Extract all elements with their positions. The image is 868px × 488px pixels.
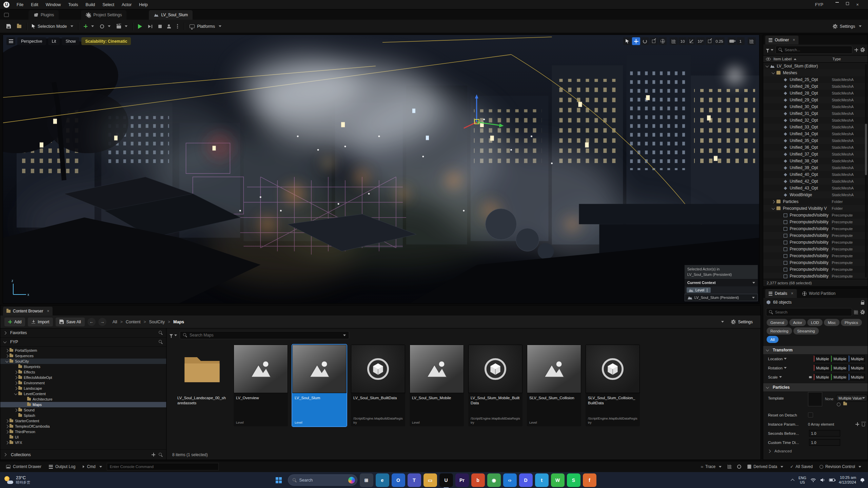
folder-tree-item[interactable]: Architecture [0,396,166,402]
expander-icon[interactable] [5,359,9,363]
folder-tree-item[interactable]: StarterContent [0,418,166,424]
view-options-icon[interactable] [854,310,858,314]
asset-card[interactable]: LV_Soul_Landscape_00_sharedassets [175,345,229,426]
rotation-snap-icon[interactable] [687,37,695,45]
outliner-row[interactable]: Unified_39_Opt StaticMeshA [763,164,868,171]
outliner-search-input[interactable] [775,46,852,54]
expander-icon[interactable] [14,408,18,412]
expander-icon[interactable] [772,200,775,203]
outliner-row[interactable]: Unified_32_Opt StaticMeshA [763,117,868,124]
expander-icon[interactable] [5,430,9,433]
taskbar-search[interactable] [288,474,357,486]
z-value-field[interactable]: Multiple Values [849,365,865,371]
weather-widget[interactable]: 23°C 晴時多雲 [4,475,30,485]
folder-tree-item[interactable]: ThirdPerson [0,429,166,434]
outliner-row[interactable]: Unified_33_Opt StaticMeshA [763,124,868,130]
trace-dropdown[interactable]: ≈Trace [700,463,722,471]
teams-icon[interactable]: T [408,473,421,487]
cb-settings-button[interactable]: Settings [727,318,756,326]
dock-layout-icon[interactable] [4,13,9,17]
breadcrumb-item[interactable]: All> [112,320,125,324]
outliner-row[interactable]: Unified_38_Opt StaticMeshA [763,158,868,164]
browse-asset-icon[interactable] [843,403,847,405]
folder-tree-item[interactable]: Environment [0,380,166,386]
save-all-button[interactable]: Save All [56,318,84,326]
seconds-before-field[interactable]: 1.0 [809,430,840,436]
outliner-row[interactable]: Unified_31_Opt StaticMeshA [763,110,868,117]
z-value-field[interactable]: Multiple Values [849,355,865,362]
outliner-row[interactable]: PrecomputedVisibility Precompute [763,212,868,219]
maximize-button[interactable] [842,2,852,5]
outliner-row[interactable]: Unified_35_Opt StaticMeshA [763,137,868,144]
play-options-button[interactable] [173,22,182,31]
frame-skip-button[interactable] [145,22,155,31]
breadcrumb-item[interactable]: SoulCity> [148,320,173,324]
platforms-dropdown[interactable]: Platforms [186,22,224,31]
outlook-icon[interactable]: O [392,473,405,487]
expander-icon[interactable] [5,419,9,423]
back-button[interactable]: ← [87,318,96,326]
outliner-row[interactable]: PrecomputedVisibility Precompute [763,266,868,273]
view-mode-dropdown[interactable]: Lit [48,37,60,45]
asset-search-input[interactable] [180,331,349,339]
outliner-scrollbar[interactable] [865,64,867,278]
rotate-tool-icon[interactable] [641,37,649,45]
outliner-row[interactable]: PrecomputedVisibility Precompute [763,246,868,252]
revision-control-button[interactable]: Revision Control [819,463,862,471]
filter-pill[interactable]: General [767,319,788,326]
visibility-column-icon[interactable] [766,58,771,61]
asset-card[interactable]: LV_Overview Level [234,345,288,426]
play-button[interactable] [135,22,145,31]
expander-icon[interactable] [772,71,775,74]
menu-item[interactable]: Build [82,0,99,9]
menu-item[interactable]: Window [42,0,64,9]
editor-tab[interactable]: LV_Soul_Slum [149,10,193,20]
outliner-settings-icon[interactable] [860,47,865,52]
folder-tree-item[interactable]: Sound [0,407,166,413]
spotify-icon[interactable]: S [567,473,580,487]
tray-expand-icon[interactable] [791,479,794,482]
show-dropdown[interactable]: Show [62,37,79,45]
outliner-row[interactable]: Unified_29_Opt StaticMeshA [763,97,868,103]
viewport-scene[interactable] [3,35,759,303]
expander-icon[interactable] [5,425,9,428]
outliner-column-headers[interactable]: Item Label Type [763,55,868,63]
outliner-row[interactable]: Meshes [763,69,868,76]
insights-icon[interactable] [728,465,732,469]
expander-icon[interactable] [5,349,9,352]
outliner-row[interactable]: Unified_30_Opt StaticMeshA [763,103,868,110]
folder-tree-item[interactable]: Maps [0,402,166,407]
property-label[interactable]: Location [768,357,808,361]
camera-speed-icon[interactable] [728,37,736,45]
asset-card[interactable]: LV_Soul_Slum_BuiltData /Script/Engine.Ma… [351,345,405,426]
whatsapp-icon[interactable]: W [551,473,565,487]
scale-snap-value[interactable]: 0.25 [714,37,725,45]
outliner-row[interactable]: PrecomputedVisibility Precompute [763,232,868,239]
language-indicator[interactable]: ENGUS [798,476,806,484]
expander-icon[interactable] [5,354,9,358]
session-icon[interactable] [737,465,741,469]
x-value-field[interactable]: Multiple Values [814,365,830,371]
camera-speed-value[interactable]: 1 [736,37,745,45]
filter-pill[interactable]: Actor [789,319,806,326]
add-icon[interactable] [854,48,858,52]
forward-button[interactable]: → [98,318,106,326]
details-settings-icon[interactable] [860,310,865,314]
details-search-input[interactable] [766,308,852,316]
outliner-row[interactable]: Unified_34_Opt StaticMeshA [763,130,868,137]
outliner-row[interactable]: Unified_36_Opt StaticMeshA [763,144,868,151]
property-label[interactable]: Scale [768,375,808,379]
advanced-expander[interactable]: Advanced [763,447,868,455]
close-icon[interactable]: × [791,291,793,296]
z-value-field[interactable]: Multiple Values [849,374,865,380]
world-partition-tab[interactable]: World Partition [799,289,839,298]
project-root-header[interactable]: FYP [0,338,166,347]
close-icon[interactable]: × [47,309,49,313]
current-context-header[interactable]: Current Context [685,279,758,286]
outliner-row[interactable]: Unified_25_Opt StaticMeshA [763,76,868,83]
search-icon[interactable] [159,453,163,457]
outliner-row[interactable]: WoodBridge StaticMeshA [763,191,868,198]
move-tool-icon[interactable] [632,37,640,45]
particles-section-header[interactable]: Particles [763,383,868,391]
grid-snap-value[interactable]: 10 [678,37,687,45]
